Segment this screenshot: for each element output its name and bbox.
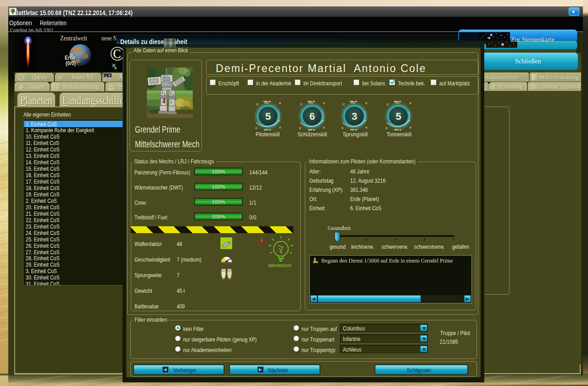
svg-text:202: 202 — [108, 88, 112, 90]
svg-text:5: 5 — [396, 111, 401, 122]
svg-text:?: ? — [20, 75, 22, 80]
svg-text:3: 3 — [352, 111, 357, 122]
svg-text:Mercury: Mercury — [163, 80, 173, 83]
svg-text:5: 5 — [265, 111, 271, 122]
svg-text:6: 6 — [309, 111, 315, 122]
